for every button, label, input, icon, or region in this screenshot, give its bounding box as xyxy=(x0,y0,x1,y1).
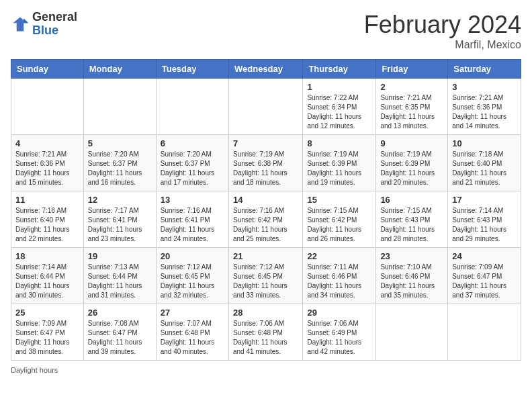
day-cell: 4Sunrise: 7:21 AM Sunset: 6:36 PM Daylig… xyxy=(11,135,84,191)
day-info: Sunrise: 7:18 AM Sunset: 6:40 PM Dayligh… xyxy=(15,206,79,244)
day-cell: 12Sunrise: 7:17 AM Sunset: 6:41 PM Dayli… xyxy=(83,191,156,248)
week-row-3: 11Sunrise: 7:18 AM Sunset: 6:40 PM Dayli… xyxy=(11,191,521,248)
day-cell: 17Sunrise: 7:14 AM Sunset: 6:43 PM Dayli… xyxy=(448,191,521,248)
day-info: Sunrise: 7:06 AM Sunset: 6:49 PM Dayligh… xyxy=(307,319,371,357)
day-number: 11 xyxy=(15,195,79,205)
day-cell: 21Sunrise: 7:12 AM Sunset: 6:45 PM Dayli… xyxy=(228,248,302,304)
col-header-tuesday: Tuesday xyxy=(156,60,228,79)
day-number: 12 xyxy=(88,195,152,205)
footer: Daylight hours xyxy=(11,366,521,374)
day-info: Sunrise: 7:21 AM Sunset: 6:35 PM Dayligh… xyxy=(380,93,443,131)
day-cell: 20Sunrise: 7:12 AM Sunset: 6:45 PM Dayli… xyxy=(156,248,228,304)
day-number: 16 xyxy=(380,195,443,205)
logo-text: General Blue xyxy=(32,11,77,38)
day-info: Sunrise: 7:07 AM Sunset: 6:48 PM Dayligh… xyxy=(161,319,224,357)
day-cell: 6Sunrise: 7:20 AM Sunset: 6:37 PM Daylig… xyxy=(156,135,228,191)
day-number: 3 xyxy=(452,82,517,92)
day-cell xyxy=(156,79,228,135)
logo: General Blue xyxy=(11,11,77,38)
day-number: 7 xyxy=(233,138,298,148)
day-cell: 15Sunrise: 7:15 AM Sunset: 6:42 PM Dayli… xyxy=(303,191,376,248)
day-cell: 2Sunrise: 7:21 AM Sunset: 6:35 PM Daylig… xyxy=(376,79,448,135)
day-number: 2 xyxy=(380,82,443,92)
week-row-2: 4Sunrise: 7:21 AM Sunset: 6:36 PM Daylig… xyxy=(11,135,521,191)
day-number: 8 xyxy=(307,138,371,148)
day-info: Sunrise: 7:11 AM Sunset: 6:46 PM Dayligh… xyxy=(307,263,371,300)
day-info: Sunrise: 7:20 AM Sunset: 6:37 PM Dayligh… xyxy=(161,150,224,187)
subtitle: Marfil, Mexico xyxy=(364,39,521,51)
day-cell xyxy=(376,304,448,361)
day-cell: 22Sunrise: 7:11 AM Sunset: 6:46 PM Dayli… xyxy=(303,248,376,304)
day-info: Sunrise: 7:09 AM Sunset: 6:47 PM Dayligh… xyxy=(15,319,79,357)
week-row-1: 1Sunrise: 7:22 AM Sunset: 6:34 PM Daylig… xyxy=(11,79,521,135)
daylight-label: Daylight hours xyxy=(11,366,58,374)
day-info: Sunrise: 7:15 AM Sunset: 6:43 PM Dayligh… xyxy=(380,206,443,244)
day-info: Sunrise: 7:14 AM Sunset: 6:43 PM Dayligh… xyxy=(452,206,517,244)
col-header-sunday: Sunday xyxy=(11,60,84,79)
calendar-body: 1Sunrise: 7:22 AM Sunset: 6:34 PM Daylig… xyxy=(11,79,521,361)
day-number: 23 xyxy=(380,251,443,261)
week-row-4: 18Sunrise: 7:14 AM Sunset: 6:44 PM Dayli… xyxy=(11,248,521,304)
day-number: 4 xyxy=(15,138,79,148)
main-title: February 2024 xyxy=(364,11,521,39)
col-header-saturday: Saturday xyxy=(448,60,521,79)
day-cell xyxy=(83,79,156,135)
day-number: 6 xyxy=(161,138,224,148)
day-cell: 13Sunrise: 7:16 AM Sunset: 6:41 PM Dayli… xyxy=(156,191,228,248)
day-cell: 3Sunrise: 7:21 AM Sunset: 6:36 PM Daylig… xyxy=(448,79,521,135)
calendar-table: SundayMondayTuesdayWednesdayThursdayFrid… xyxy=(11,59,521,361)
day-cell: 19Sunrise: 7:13 AM Sunset: 6:44 PM Dayli… xyxy=(83,248,156,304)
page-header: General Blue February 2024 Marfil, Mexic… xyxy=(11,11,521,51)
day-cell: 29Sunrise: 7:06 AM Sunset: 6:49 PM Dayli… xyxy=(303,304,376,361)
day-number: 13 xyxy=(161,195,224,205)
day-cell: 18Sunrise: 7:14 AM Sunset: 6:44 PM Dayli… xyxy=(11,248,84,304)
day-info: Sunrise: 7:18 AM Sunset: 6:40 PM Dayligh… xyxy=(452,150,517,187)
day-info: Sunrise: 7:15 AM Sunset: 6:42 PM Dayligh… xyxy=(307,206,371,244)
day-cell: 11Sunrise: 7:18 AM Sunset: 6:40 PM Dayli… xyxy=(11,191,84,248)
day-info: Sunrise: 7:19 AM Sunset: 6:39 PM Dayligh… xyxy=(380,150,443,187)
day-cell: 23Sunrise: 7:10 AM Sunset: 6:46 PM Dayli… xyxy=(376,248,448,304)
day-number: 1 xyxy=(307,82,371,92)
day-cell: 25Sunrise: 7:09 AM Sunset: 6:47 PM Dayli… xyxy=(11,304,84,361)
day-cell: 26Sunrise: 7:08 AM Sunset: 6:47 PM Dayli… xyxy=(83,304,156,361)
day-info: Sunrise: 7:21 AM Sunset: 6:36 PM Dayligh… xyxy=(15,150,79,187)
day-cell: 8Sunrise: 7:19 AM Sunset: 6:39 PM Daylig… xyxy=(303,135,376,191)
day-info: Sunrise: 7:14 AM Sunset: 6:44 PM Dayligh… xyxy=(15,263,79,300)
day-number: 18 xyxy=(15,251,79,261)
day-number: 17 xyxy=(452,195,517,205)
day-cell: 27Sunrise: 7:07 AM Sunset: 6:48 PM Dayli… xyxy=(156,304,228,361)
day-cell: 5Sunrise: 7:20 AM Sunset: 6:37 PM Daylig… xyxy=(83,135,156,191)
day-info: Sunrise: 7:13 AM Sunset: 6:44 PM Dayligh… xyxy=(88,263,152,300)
day-cell: 1Sunrise: 7:22 AM Sunset: 6:34 PM Daylig… xyxy=(303,79,376,135)
col-header-monday: Monday xyxy=(83,60,156,79)
day-cell: 16Sunrise: 7:15 AM Sunset: 6:43 PM Dayli… xyxy=(376,191,448,248)
day-number: 19 xyxy=(88,251,152,261)
day-cell: 14Sunrise: 7:16 AM Sunset: 6:42 PM Dayli… xyxy=(228,191,302,248)
day-cell xyxy=(448,304,521,361)
day-number: 21 xyxy=(233,251,298,261)
day-number: 20 xyxy=(161,251,224,261)
day-cell xyxy=(11,79,84,135)
col-header-friday: Friday xyxy=(376,60,448,79)
col-header-thursday: Thursday xyxy=(303,60,376,79)
day-number: 5 xyxy=(88,138,152,148)
day-cell: 10Sunrise: 7:18 AM Sunset: 6:40 PM Dayli… xyxy=(448,135,521,191)
week-row-5: 25Sunrise: 7:09 AM Sunset: 6:47 PM Dayli… xyxy=(11,304,521,361)
day-info: Sunrise: 7:21 AM Sunset: 6:36 PM Dayligh… xyxy=(452,93,517,131)
day-info: Sunrise: 7:10 AM Sunset: 6:46 PM Dayligh… xyxy=(380,263,443,300)
day-cell xyxy=(228,79,302,135)
day-number: 9 xyxy=(380,138,443,148)
day-number: 10 xyxy=(452,138,517,148)
day-number: 25 xyxy=(15,308,79,318)
day-cell: 24Sunrise: 7:09 AM Sunset: 6:47 PM Dayli… xyxy=(448,248,521,304)
day-info: Sunrise: 7:19 AM Sunset: 6:38 PM Dayligh… xyxy=(233,150,298,187)
day-info: Sunrise: 7:16 AM Sunset: 6:42 PM Dayligh… xyxy=(233,206,298,244)
day-info: Sunrise: 7:12 AM Sunset: 6:45 PM Dayligh… xyxy=(161,263,224,300)
day-info: Sunrise: 7:22 AM Sunset: 6:34 PM Dayligh… xyxy=(307,93,371,131)
svg-marker-1 xyxy=(24,18,28,23)
day-number: 24 xyxy=(452,251,517,261)
logo-icon xyxy=(11,15,30,34)
day-info: Sunrise: 7:09 AM Sunset: 6:47 PM Dayligh… xyxy=(452,263,517,300)
day-number: 14 xyxy=(233,195,298,205)
col-header-wednesday: Wednesday xyxy=(228,60,302,79)
